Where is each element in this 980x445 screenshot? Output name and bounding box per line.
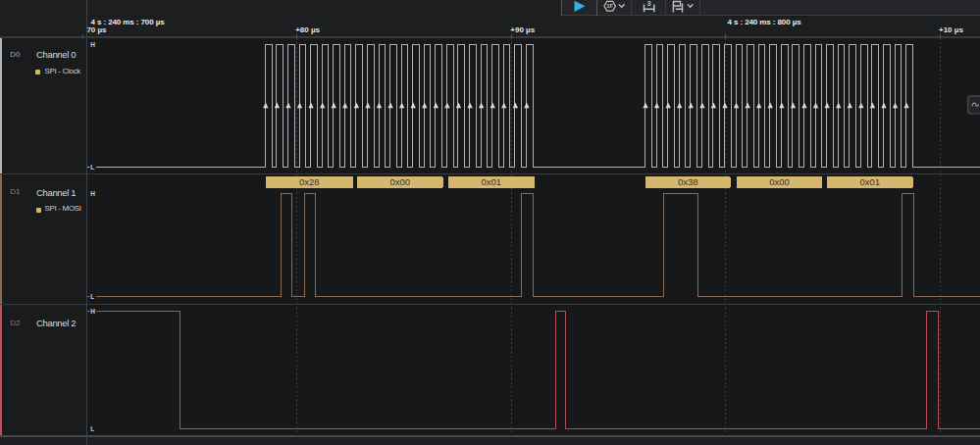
svg-text:H: H [90,308,95,315]
svg-text:0x28: 0x28 [299,176,320,187]
svg-text:L: L [90,164,94,171]
svg-text:0x00: 0x00 [389,176,410,187]
svg-text:3: 3 [647,0,651,8]
svg-text:0x01: 0x01 [481,176,501,187]
svg-text:H: H [90,41,95,48]
svg-text:0x01: 0x01 [859,176,880,187]
svg-text:0x00: 0x00 [769,176,790,187]
svg-text:1F: 1F [606,3,613,9]
svg-text:L: L [90,425,94,432]
svg-text:L: L [90,293,94,300]
svg-text:0x38: 0x38 [678,176,698,187]
svg-text:H: H [90,190,95,197]
